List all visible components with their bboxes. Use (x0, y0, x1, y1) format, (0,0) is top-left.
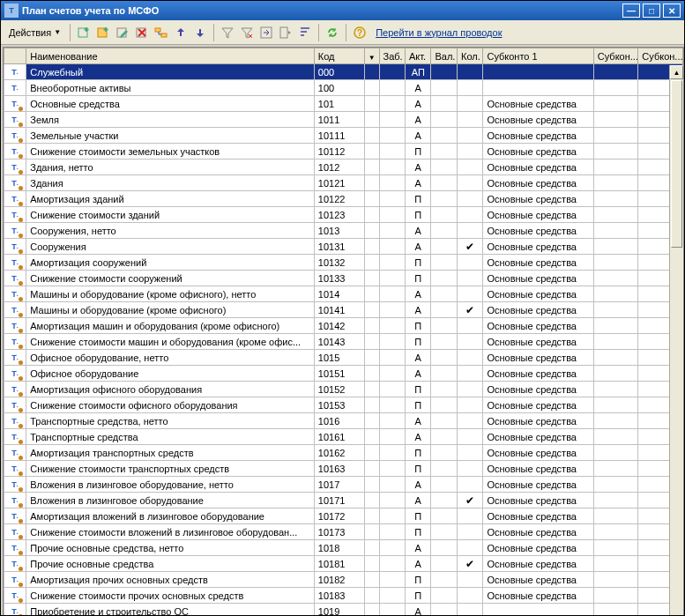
actions-label: Действия (9, 27, 51, 38)
delete-icon[interactable] (133, 24, 151, 41)
col-sub2[interactable]: Субкон... (593, 48, 638, 64)
cell-zab (379, 191, 405, 207)
table-row[interactable]: T.Снижение стоимости земельных участков1… (4, 144, 683, 160)
table-row[interactable]: T.Снижение стоимости зданий10123ПОсновны… (4, 207, 683, 223)
level-up-icon[interactable] (172, 24, 190, 41)
titlebar: T План счетов учета по МСФО — □ ✕ (1, 1, 684, 20)
level-down-icon[interactable] (191, 24, 209, 41)
col-code[interactable]: Код (314, 48, 364, 64)
cell-dropdown (364, 604, 379, 617)
table-row[interactable]: T.Снижение стоимости вложений в лизингов… (4, 524, 683, 540)
cell-zab (379, 239, 405, 255)
add-group-icon[interactable] (94, 24, 112, 41)
cell-sub1: Основные средства (483, 572, 593, 588)
table-row[interactable]: T.Офисное оборудование, нетто1015АОсновн… (4, 350, 683, 366)
table-row[interactable]: T.Приобретение и строительство ОС1019А (4, 604, 683, 617)
add-icon[interactable] (75, 24, 93, 41)
table-row[interactable]: T.Машины и оборудование (кроме офисного)… (4, 302, 683, 318)
separator (213, 24, 214, 41)
table-row[interactable]: T.Сооружения10131А✔Основные средства (4, 239, 683, 255)
cell-val (431, 175, 457, 191)
table-row[interactable]: T.Здания10121АОсновные средства (4, 175, 683, 191)
cell-code: 10121 (314, 175, 364, 191)
cell-zab (379, 413, 405, 429)
cell-sub2 (593, 255, 638, 271)
cell-code: 10123 (314, 207, 364, 223)
table-row[interactable]: T.Транспортные средства10161АОсновные ср… (4, 429, 683, 445)
table-row[interactable]: T.Амортизация сооружений10132ПОсновные с… (4, 255, 683, 271)
cell-sub1: Основные средства (483, 255, 593, 271)
col-kol[interactable]: Кол. (457, 48, 482, 64)
cell-code: 10181 (314, 556, 364, 572)
cell-akt: А (406, 413, 431, 429)
table-row[interactable]: T.Внеоборотные активы100А (4, 80, 683, 96)
cell-name: Офисное оборудование, нетто (26, 350, 315, 366)
scroll-thumb[interactable] (671, 80, 682, 248)
table-row[interactable]: T.Прочие основные средства10181А✔Основны… (4, 556, 683, 572)
cell-code: 101 (314, 96, 364, 112)
header-row: Наименование Код ▼ Заб. Акт. Вал. Кол. С… (4, 48, 683, 64)
cell-sub1: Основные средства (483, 588, 593, 604)
cell-sub1: Основные средства (483, 302, 593, 318)
table-row[interactable]: T.Служебный000АП (4, 64, 683, 80)
table-row[interactable]: T.Вложения в лизинговое оборудование, не… (4, 477, 683, 493)
goto-menu-icon[interactable] (277, 24, 294, 41)
cell-kol (457, 366, 482, 382)
table-row[interactable]: T.Офисное оборудование10151АОсновные сре… (4, 366, 683, 382)
cell-zab (379, 64, 405, 80)
move-icon[interactable] (153, 24, 170, 41)
scroll-up-button[interactable]: ▲ (670, 65, 683, 79)
table-row[interactable]: T.Амортизация машин и оборудования (кром… (4, 318, 683, 334)
goto-icon[interactable] (257, 24, 275, 41)
minimize-button[interactable]: — (622, 4, 640, 18)
account-icon: T. (8, 304, 22, 316)
table-row[interactable]: T.Здания, нетто1012АОсновные средства (4, 160, 683, 175)
cell-name: Сооружения (26, 239, 315, 255)
col-zab[interactable]: Заб. (379, 48, 405, 64)
table-row[interactable]: T.Сооружения, нетто1013АОсновные средств… (4, 223, 683, 239)
actions-menu[interactable]: Действия ▼ (4, 25, 65, 41)
col-icon[interactable] (4, 48, 26, 64)
cell-code: 10183 (314, 588, 364, 604)
table-row[interactable]: T.Вложения в лизинговое оборудование1017… (4, 493, 683, 508)
cell-zab (379, 572, 405, 588)
sort-icon[interactable] (296, 24, 314, 41)
refresh-icon[interactable] (324, 24, 341, 41)
table-row[interactable]: T.Земельные участки10111АОсновные средст… (4, 128, 683, 144)
col-val[interactable]: Вал. (431, 48, 457, 64)
col-code-dropdown[interactable]: ▼ (364, 48, 379, 64)
table-row[interactable]: T.Амортизация зданий10122ПОсновные средс… (4, 191, 683, 207)
table-row[interactable]: T.Снижение стоимости офисного оборудован… (4, 397, 683, 413)
col-sub1[interactable]: Субконто 1 (483, 48, 593, 64)
table-row[interactable]: T.Амортизация вложений в лизинговое обор… (4, 508, 683, 524)
cell-name: Прочие основные средства (26, 556, 315, 572)
col-sub3[interactable]: Субкон... (638, 48, 683, 64)
maximize-button[interactable]: □ (643, 4, 660, 18)
table-row[interactable]: T.Снижение стоимости транспортных средст… (4, 461, 683, 477)
table-row[interactable]: T.Земля1011АОсновные средства (4, 112, 683, 128)
col-name[interactable]: Наименование (26, 48, 315, 64)
table-row[interactable]: T.Амортизация прочих основных средств101… (4, 572, 683, 588)
table-row[interactable]: T.Машины и оборудование (кроме офисного)… (4, 286, 683, 302)
cell-zab (379, 445, 405, 461)
cell-kol (457, 524, 482, 540)
table-row[interactable]: T.Снижение стоимости сооружений10133ПОсн… (4, 271, 683, 286)
table-row[interactable]: T.Снижение стоимости машин и оборудовани… (4, 334, 683, 350)
table-row[interactable]: T.Амортизация офисного оборудования10152… (4, 382, 683, 397)
vertical-scrollbar[interactable]: ▲ ▼ (669, 65, 683, 616)
edit-icon[interactable] (114, 24, 131, 41)
filter-icon[interactable] (219, 24, 236, 41)
table-row[interactable]: T.Основные средства101АОсновные средства (4, 96, 683, 112)
table-row[interactable]: T.Снижение стоимости прочих основных сре… (4, 588, 683, 604)
table-row[interactable]: T.Прочие основные средства, нетто1018АОс… (4, 540, 683, 556)
cell-val (431, 382, 457, 397)
filter-clear-icon[interactable] (238, 24, 256, 41)
cell-code: 1015 (314, 350, 364, 366)
cell-dropdown (364, 556, 379, 572)
table-row[interactable]: T.Амортизация транспортных средств10162П… (4, 445, 683, 461)
table-row[interactable]: T.Транспортные средства, нетто1016АОснов… (4, 413, 683, 429)
close-button[interactable]: ✕ (663, 4, 681, 18)
help-icon[interactable]: ? (351, 24, 369, 41)
journal-link[interactable]: Перейти в журнал проводок (370, 27, 502, 38)
col-akt[interactable]: Акт. (406, 48, 431, 64)
